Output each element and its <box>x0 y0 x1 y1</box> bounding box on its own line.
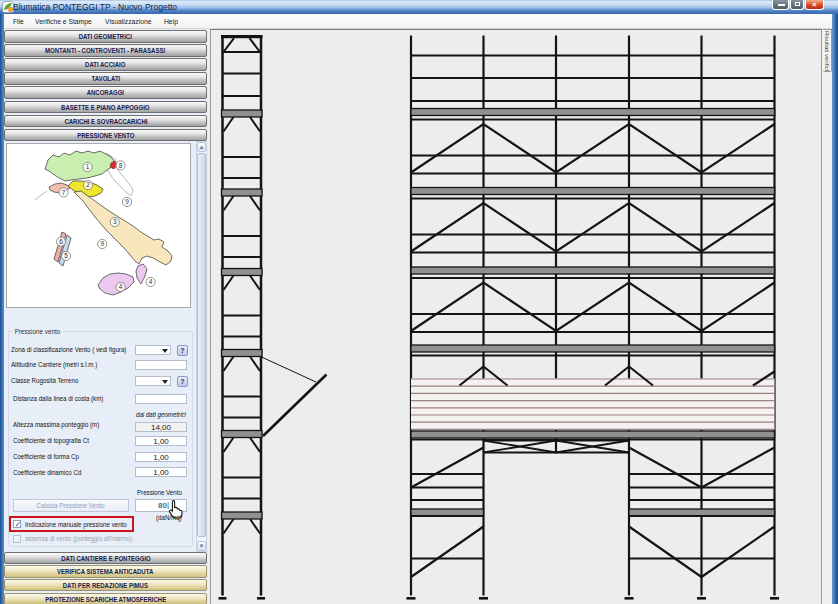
svg-text:8: 8 <box>119 162 123 169</box>
svg-text:1: 1 <box>86 163 90 170</box>
svg-text:6: 6 <box>59 238 63 245</box>
svg-text:5: 5 <box>64 252 68 259</box>
svg-text:4: 4 <box>149 278 153 285</box>
svg-text:2: 2 <box>86 181 90 188</box>
svg-text:9: 9 <box>125 198 129 205</box>
svg-text:4: 4 <box>119 283 123 290</box>
svg-text:9: 9 <box>100 240 104 247</box>
svg-text:3: 3 <box>113 218 117 225</box>
svg-text:7: 7 <box>62 189 66 196</box>
